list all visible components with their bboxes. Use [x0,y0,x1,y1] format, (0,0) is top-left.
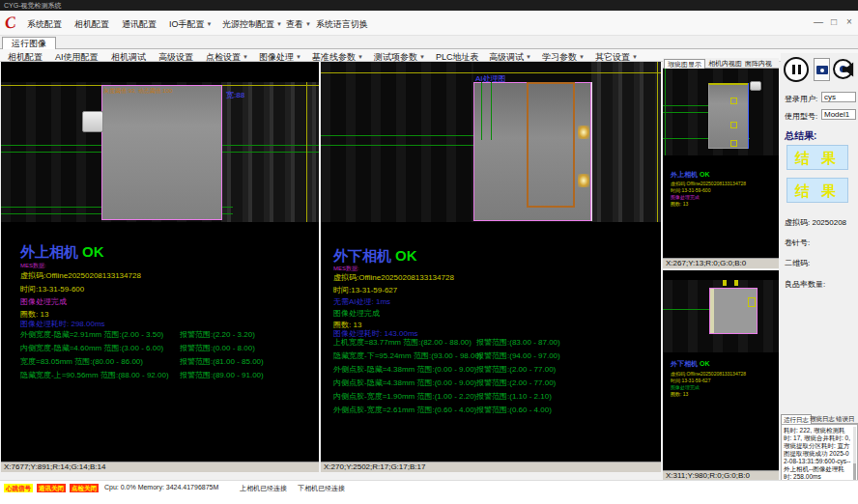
menu-item-system-config[interactable]: 系统配置 [27,18,62,31]
dropdown-arrow-icon: ▼ [419,54,425,60]
measurement-row: 上机宽度=83.77mm 范围:(82.00 - 88.00)报警范围:(83.… [333,337,659,349]
pixel-coordinates-bar: X:270;Y:2502;R:17;G:17;B:17 [321,462,661,472]
dropdown-arrow-icon: ▼ [243,54,248,60]
measurement-row: 隐藏宽度-下=95.24mm 范围:(93.00 - 98.00)报警范围:(9… [333,350,659,362]
dropdown-arrow-icon: ▼ [526,54,531,60]
mini-view-upper[interactable]: 瑕疵图显示 相机内视图 面阵内视图 外上相机OK 虚拟码:Offline2025… [663,58,779,268]
process-status-line: 图像处理完成 [20,296,67,307]
measurement-row: 外侧点胶-隐藏=4.38mm 范围:(0.00 - 9.00)报警范围:(2.0… [333,364,659,376]
bright-spot [578,126,589,139]
dropdown-arrow-icon: ▼ [358,54,363,60]
maximize-button[interactable]: □ [827,16,841,27]
alarm-range: 报警范围:(0.60 - 4.00) [476,405,552,415]
roi-box [748,297,756,307]
window-title: CYG-视觉检测系统 [4,2,62,9]
model-field[interactable]: Model1 [821,109,856,120]
model-label: 使用型号: [785,111,817,122]
mini-view-tabs: 瑕疵图显示 相机内视图 面阵内视图 [663,58,779,69]
login-user-field[interactable]: cys [821,92,856,102]
tab-run-image[interactable]: 运行图像 [2,37,56,49]
mini-time-line: 时间:13-31-59-627 [671,378,710,383]
speaker-icon [843,61,858,78]
guide-line [663,112,709,113]
spotcheck-status-badge: 点检关闭 [70,484,99,492]
measurement-row: 外侧点胶-宽度=2.61mm 范围:(0.60 - 4.00)报警范围:(0.6… [333,405,659,416]
measurement-value: 内侧宽度-隐藏=4.60mm 范围:(3.00 - 6.00) [20,343,163,353]
image-texture [591,62,661,222]
guide-line [663,309,709,310]
mini-camera-image-upper: 外上相机OK 虚拟码:Offline20250208133134728 时间:1… [663,69,779,258]
camera-result-title: 外下相机OK [333,247,417,266]
mini-turns-line: 圈数: 13 [671,391,688,397]
alarm-range: 报警范围:(83.00 - 87.00) [476,337,560,348]
mini-view-lower[interactable]: 外下相机OK 虚拟码:Offline20250208133134728 时间:1… [663,270,779,481]
camera-view-lower[interactable]: AI处理图 外下相机OK MES数据: 虚拟码:Offline202502081… [321,62,661,472]
dropdown-arrow-icon: ▼ [632,54,638,60]
marker [734,280,738,286]
mini-camera-image-lower: 外下相机OK 虚拟码:Offline20250208133134728 时间:1… [663,270,779,470]
bright-spot [578,174,589,187]
marker [723,280,727,286]
guide-line [491,82,492,140]
ai-elapsed-line: 无需AI处理: 1ms [333,296,390,307]
log-text: 耗时: 222, 瑕疵检测耗时: 17, 瑕疵合并耗时: 0, 瑕疵提取分区耗时… [784,427,851,481]
measurement-value: 隐藏宽度-下=95.24mm 范围:(93.00 - 98.00) [333,350,482,361]
status-bar: 心跳信号 通讯关闭 点检关闭 Cpu: 0.0% Memory: 3424.41… [0,480,858,504]
title-bar: CYG-视觉检测系统 [0,0,858,11]
menu-item-language-switch[interactable]: 系统语言切换 [316,18,368,31]
tab-connector-region [750,81,761,91]
speaker-button[interactable] [841,57,858,82]
tab-defect-log[interactable]: 瑕疵日志 [808,414,837,424]
alarm-range: 报警范围:(1.10 - 2.10) [476,391,552,402]
mini-turns-line: 圈数: 13 [671,201,688,207]
dropdown-arrow-icon: ▼ [207,21,213,27]
mini-time-line: 时间:13-31-59-600 [671,187,710,193]
result-box-top: 结 果 [786,145,848,170]
menu-item-comm-config[interactable]: 通讯配置 [122,18,157,31]
mes-data-label: MES数据: [20,262,46,270]
alarm-range: 报警范围:(2.00 - 77.00) [476,378,556,388]
alarm-range: 报警范围:(94.00 - 97.00) [476,350,560,361]
dropdown-arrow-icon: ▼ [579,54,585,60]
close-button[interactable]: × [843,16,856,27]
measurement-value: 内侧点胶-隐藏=4.38mm 范围:(0.00 - 9.00) [333,378,476,388]
alarm-range: 报警范围:(81.00 - 85.00) [180,356,264,367]
virtual-code-label: 虚拟码: 20250208 [785,217,846,228]
mini-status-line: 图像处理完成 [671,384,700,390]
measurement-row: 内侧宽度-隐藏=4.60mm 范围:(3.00 - 6.00)报警范围:(0.0… [20,343,317,354]
menu-item-view[interactable]: 查看▼ [286,18,311,31]
tab-error-log[interactable]: 错误日志 [834,414,858,424]
pause-button[interactable] [784,57,809,82]
roi-box [730,98,737,104]
login-user-label: 登录用户: [785,94,817,104]
tab-defect-view[interactable]: 瑕疵图显示 [664,59,705,69]
roi-box [730,122,737,128]
mini-result-title: 外下相机OK [671,359,710,369]
camera-result-title: 外上相机OK [20,243,104,262]
dropdown-arrow-icon: ▼ [305,21,311,27]
camera-view-upper[interactable]: 灰度阈值:93, 动态阈值:100 宽:88 外上相机OK MES数据: 虚拟码… [1,62,319,472]
measurement-value: 外侧点胶-宽度=2.61mm 范围:(0.60 - 4.00) [333,405,476,415]
measurement-row: 内侧点胶-宽度=1.90mm 范围:(1.00 - 2.20)报警范围:(1.1… [333,391,659,403]
tab-camera-view[interactable]: 相机内视图 [705,59,745,69]
elapsed-line: 图像处理耗时: 298.00ms [20,319,105,329]
menu-item-light-config[interactable]: 光源控制配置▼ [222,18,282,31]
measurement-value: 宽度=83.05mm 范围:(80.00 - 86.00) [20,356,143,367]
measurement-row: 外侧宽度-隐藏=2.91mm 范围:(2.00 - 3.50)报警范围:(2.2… [20,329,317,341]
yield-count-label: 良品率数量: [785,279,825,290]
guide-line [481,82,482,140]
edge-line [748,83,749,149]
measurement-value: 上机宽度=83.77mm 范围:(82.00 - 88.00) [333,337,472,348]
minimize-button[interactable]: — [812,16,825,27]
product-cell-region [709,288,758,334]
camera-bottom-status: 下相机已经连接 [298,484,345,493]
alarm-range: 报警范围:(2.00 - 77.00) [476,364,556,375]
tab-array-view[interactable]: 面阵内视图 [742,59,779,69]
camera-button[interactable] [814,58,830,81]
menu-item-camera-config[interactable]: 相机配置 [74,18,109,31]
camera-image-upper: 灰度阈值:93, 动态阈值:100 宽:88 [1,82,319,222]
menu-item-io-config[interactable]: IO手配置▼ [169,18,212,31]
log-tabs: 运行日志 瑕疵日志 错误日志 [781,413,858,424]
roi-box [730,140,737,147]
measurement-value: 内侧点胶-宽度=1.90mm 范围:(1.00 - 2.20) [333,391,476,402]
